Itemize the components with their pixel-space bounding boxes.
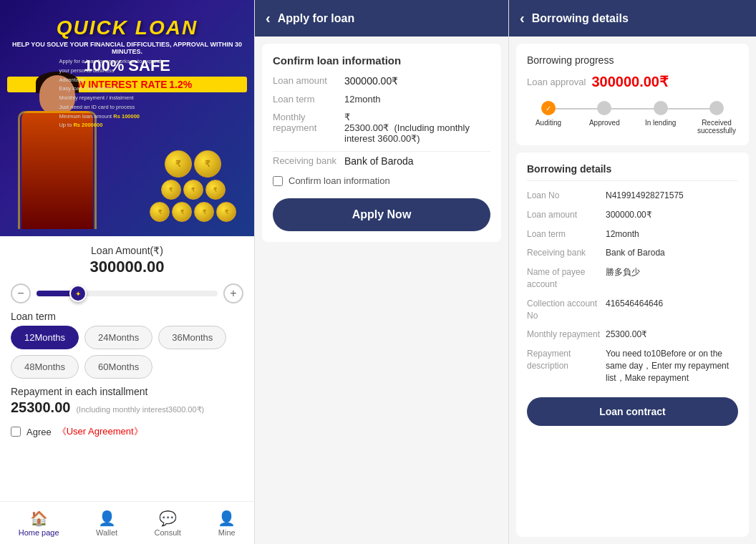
coin: ₹ [172, 202, 192, 222]
slider-fill [37, 291, 73, 296]
detail-loan-amount-label: Loan amount [527, 209, 606, 221]
detail-monthly-repayment-label: Monthly repayment [527, 329, 606, 341]
detail-collection-account: Collection account No 416546464646 [527, 298, 738, 322]
progress-section: Borrowing progress Loan approval 300000.… [516, 44, 749, 145]
loan-approval-value: 300000.00₹ [591, 73, 669, 90]
coin: ₹ [194, 202, 214, 222]
repayment-section: Repayment in each installment 25300.00 (… [0, 379, 254, 419]
nav-home-label: Home page [19, 528, 59, 537]
repayment-value: 25300.00 [11, 399, 70, 416]
loan-amount-info-label: Loan amount [273, 75, 344, 86]
step-auditing-check: ✓ [546, 105, 551, 112]
confirm-loan-checkbox[interactable] [273, 176, 283, 186]
middle-panel-header: ‹ Apply for loan [255, 0, 508, 37]
detail-receiving-bank: Receiving bank Bank of Baroda [527, 247, 738, 259]
detail-collection-account-value: 416546464646 [606, 298, 738, 310]
loan-term-info-value: 12month [344, 94, 381, 105]
monthly-repayment-info-label: Monthly repayment [273, 112, 344, 133]
detail-loan-amount-value: 300000.00₹ [606, 209, 738, 221]
quick-loan-title: QUICK LOAN [7, 16, 247, 39]
detail-monthly-repayment: Monthly repayment 25300.00₹ [527, 329, 738, 341]
detail-payee-name-value: 勝多負少 [606, 266, 738, 278]
detail-monthly-repayment-value: 25300.00₹ [606, 329, 738, 341]
loan-amount-slider-row: − ✦ + [0, 280, 254, 307]
detail-repayment-desc-value: You need to10Before or on the same day，E… [606, 348, 738, 384]
wallet-icon: 👤 [98, 510, 116, 527]
step-approved-dot [597, 101, 611, 115]
slider-increase-button[interactable]: + [223, 283, 243, 303]
middle-panel-title: Apply for loan [278, 12, 355, 25]
detail-receiving-bank-value: Bank of Baroda [606, 247, 738, 259]
right-panel: ‹ Borrowing details Borrowing progress L… [508, 0, 756, 544]
mine-icon: 👤 [218, 510, 236, 527]
confirm-loan-checkbox-label: Confirm loan information [289, 175, 390, 186]
term-btn-12months[interactable]: 12Months [11, 326, 79, 349]
step-approved-label: Approved [589, 119, 620, 127]
coins-decoration: ₹ ₹ ₹ ₹ ₹ ₹ ₹ ₹ ₹ [150, 150, 236, 222]
bottom-navigation: 🏠 Home page 👤 Wallet 💬 Consult 👤 Mine [0, 501, 254, 544]
monthly-repayment-info-value: ₹25300.00₹ (Including monthly interest 3… [344, 112, 490, 144]
coin: ₹ [194, 150, 221, 178]
loan-contract-button[interactable]: Loan contract [527, 397, 738, 426]
left-panel: QUICK LOAN HELP YOU SOLVE YOUR FINANCIAL… [0, 0, 254, 544]
loan-term-label: Loan term [0, 307, 254, 326]
consult-icon: 💬 [159, 510, 177, 527]
right-back-button[interactable]: ‹ [520, 10, 525, 26]
loan-term-info-label: Loan term [273, 94, 344, 105]
coin: ₹ [165, 150, 192, 178]
detail-loan-amount: Loan amount 300000.00₹ [527, 209, 738, 221]
nav-wallet-label: Wallet [96, 528, 117, 537]
confirm-section: Confirm loan information Loan amount 300… [262, 44, 501, 242]
agree-label: Agree [26, 427, 52, 437]
nav-mine[interactable]: 👤 Mine [218, 510, 236, 537]
nav-consult-label: Consult [155, 528, 181, 537]
nav-wallet[interactable]: 👤 Wallet [96, 510, 117, 537]
confirm-checkbox-row: Confirm loan information [273, 175, 490, 186]
detail-repayment-desc: Repayment description You need to10Befor… [527, 348, 738, 384]
home-icon: 🏠 [30, 510, 48, 527]
term-btn-60months[interactable]: 60Months [84, 355, 152, 379]
loan-no-value: N419914928271575 [606, 190, 738, 202]
slider-thumb[interactable]: ✦ [69, 285, 87, 302]
term-btn-36months[interactable]: 36Months [158, 326, 226, 349]
banner-subtitle: HELP YOU SOLVE YOUR FINANCIAL DIFFICULTI… [7, 41, 247, 55]
step-in-lending: In lending [639, 101, 682, 127]
detail-payee-name: Name of payee account 勝多負少 [527, 266, 738, 291]
progress-line [548, 108, 717, 110]
repayment-note: (Including monthly interest3600.00₹) [76, 405, 204, 414]
middle-back-button[interactable]: ‹ [266, 10, 271, 26]
borrowing-details-section: Borrowing details Loan No N4199149282715… [516, 152, 749, 537]
confirm-title: Confirm loan information [273, 54, 490, 67]
slider-thumb-icon: ✦ [75, 290, 81, 298]
detail-loan-no: Loan No N419914928271575 [527, 190, 738, 202]
term-btn-24months[interactable]: 24Months [84, 326, 152, 349]
detail-collection-account-label: Collection account No [527, 298, 606, 322]
detail-payee-name-label: Name of payee account [527, 266, 606, 291]
user-agreement-link[interactable]: 《User Agreement》 [57, 425, 143, 438]
info-row-loan-amount: Loan amount 300000.00₹ [273, 75, 490, 87]
step-auditing-dot: ✓ [541, 101, 556, 115]
step-auditing-label: Auditing [536, 119, 561, 127]
loan-amount-value: 300000.00 [11, 258, 243, 276]
right-panel-header: ‹ Borrowing details [509, 0, 756, 37]
loan-approval-row: Loan approval 300000.00₹ [527, 73, 738, 90]
loan-term-buttons: 12Months 24Months 36Months 48Months 60Mo… [0, 326, 254, 379]
apply-now-button[interactable]: Apply Now [273, 198, 490, 231]
receiving-bank-info-label: Receiving bank [273, 155, 344, 166]
step-approved: Approved [583, 101, 626, 127]
detail-repayment-desc-label: Repayment description [527, 348, 606, 372]
agree-row: Agree 《User Agreement》 [0, 419, 254, 444]
coin: ₹ [205, 180, 226, 200]
repayment-label: Repayment in each installment [11, 386, 243, 397]
right-panel-title: Borrowing details [532, 12, 629, 25]
step-in-lending-dot [654, 101, 668, 115]
step-received-label: Receivedsuccessfully [697, 119, 736, 135]
nav-home[interactable]: 🏠 Home page [19, 510, 59, 537]
loan-amount-label: Loan Amount(₹) [11, 245, 243, 256]
borrowing-details-title: Borrowing details [527, 163, 738, 181]
agree-checkbox[interactable] [11, 427, 21, 437]
slider-track[interactable]: ✦ [37, 291, 218, 296]
nav-consult[interactable]: 💬 Consult [155, 510, 181, 537]
term-btn-48months[interactable]: 48Months [11, 355, 79, 379]
slider-decrease-button[interactable]: − [11, 283, 31, 303]
